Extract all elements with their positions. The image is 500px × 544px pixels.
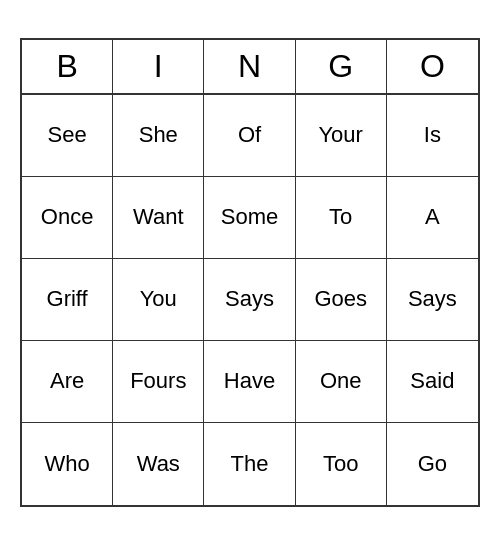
header-letter-n: N	[204, 40, 295, 93]
cell-r4-c4[interactable]: Go	[387, 423, 478, 505]
cell-r2-c1[interactable]: You	[113, 259, 204, 341]
cell-r1-c0[interactable]: Once	[22, 177, 113, 259]
bingo-header: BINGO	[22, 40, 478, 95]
cell-r4-c3[interactable]: Too	[296, 423, 387, 505]
cell-r2-c4[interactable]: Says	[387, 259, 478, 341]
cell-r0-c0[interactable]: See	[22, 95, 113, 177]
cell-r4-c2[interactable]: The	[204, 423, 295, 505]
header-letter-o: O	[387, 40, 478, 93]
bingo-grid: SeeSheOfYourIsOnceWantSomeToAGriffYouSay…	[22, 95, 478, 505]
cell-r0-c2[interactable]: Of	[204, 95, 295, 177]
cell-r3-c3[interactable]: One	[296, 341, 387, 423]
cell-r1-c4[interactable]: A	[387, 177, 478, 259]
cell-r3-c2[interactable]: Have	[204, 341, 295, 423]
header-letter-i: I	[113, 40, 204, 93]
cell-r1-c1[interactable]: Want	[113, 177, 204, 259]
cell-r3-c1[interactable]: Fours	[113, 341, 204, 423]
bingo-card: BINGO SeeSheOfYourIsOnceWantSomeToAGriff…	[20, 38, 480, 507]
header-letter-g: G	[296, 40, 387, 93]
cell-r4-c0[interactable]: Who	[22, 423, 113, 505]
cell-r3-c4[interactable]: Said	[387, 341, 478, 423]
cell-r2-c0[interactable]: Griff	[22, 259, 113, 341]
cell-r2-c3[interactable]: Goes	[296, 259, 387, 341]
cell-r2-c2[interactable]: Says	[204, 259, 295, 341]
cell-r0-c3[interactable]: Your	[296, 95, 387, 177]
cell-r1-c3[interactable]: To	[296, 177, 387, 259]
cell-r0-c4[interactable]: Is	[387, 95, 478, 177]
cell-r0-c1[interactable]: She	[113, 95, 204, 177]
cell-r1-c2[interactable]: Some	[204, 177, 295, 259]
header-letter-b: B	[22, 40, 113, 93]
cell-r4-c1[interactable]: Was	[113, 423, 204, 505]
cell-r3-c0[interactable]: Are	[22, 341, 113, 423]
